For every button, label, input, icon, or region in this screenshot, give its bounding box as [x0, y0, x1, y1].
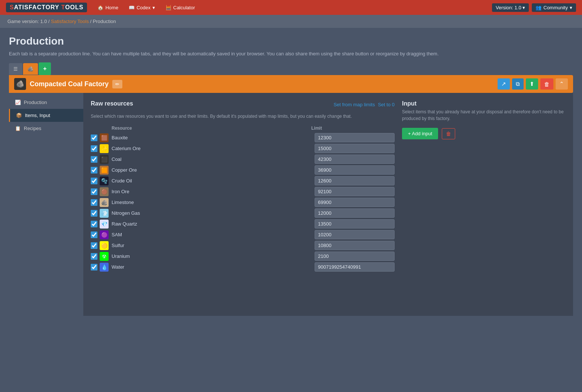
- sidebar-item-recipes[interactable]: 📋 Recipes: [9, 122, 83, 135]
- tab-list-button[interactable]: ☰: [9, 63, 22, 75]
- resource-row: 🟫 Bauxite: [91, 133, 395, 142]
- resource-limit-input-uranium[interactable]: [315, 252, 395, 261]
- resource-row: 🪨 Limestone: [91, 198, 395, 207]
- resource-limit-input-bauxite[interactable]: [315, 133, 395, 142]
- resource-checkbox-uranium[interactable]: [91, 253, 97, 260]
- col-resource-header: Resource: [92, 126, 311, 131]
- upload-button[interactable]: ⬆: [526, 78, 538, 90]
- resource-limit-input-copper-ore[interactable]: [315, 165, 395, 175]
- resource-checkbox-iron-ore[interactable]: [91, 188, 97, 195]
- resource-limit-input-limestone[interactable]: [315, 198, 395, 207]
- input-panel-description: Select items that you already have at yo…: [402, 108, 566, 122]
- game-version-text: Game version: 1.0: [7, 19, 47, 24]
- resource-checkbox-water[interactable]: [91, 264, 97, 270]
- production-icon: 📈: [15, 100, 21, 105]
- share-icon: ↗: [501, 81, 506, 87]
- resource-icon-caterium-ore: ✨: [100, 144, 109, 153]
- delete-factory-button[interactable]: 🗑: [540, 78, 553, 90]
- input-actions: + Add input 🗑: [402, 128, 566, 139]
- add-tab-button[interactable]: +: [39, 62, 51, 75]
- resource-icon-coal: ⬛: [100, 155, 109, 164]
- resource-name-water: Water: [112, 264, 315, 270]
- brand-s2: T: [61, 4, 65, 10]
- resource-checkbox-bauxite[interactable]: [91, 135, 97, 141]
- resource-limit-input-sulfur[interactable]: [315, 241, 395, 250]
- resource-row: 💧 Water: [91, 262, 395, 272]
- resource-icon-copper-ore: 🟧: [100, 166, 109, 175]
- resource-limit-input-raw-quartz[interactable]: [315, 219, 395, 229]
- factory-body: 📈 Production 📦 Items, Input 📋 Recipes Ra…: [9, 93, 573, 316]
- community-label: Community: [543, 5, 568, 10]
- resource-limit-input-iron-ore[interactable]: [315, 187, 395, 196]
- home-link[interactable]: 🏠 Home: [93, 3, 123, 13]
- resource-limit-input-sam[interactable]: [315, 230, 395, 239]
- add-input-button[interactable]: + Add input: [402, 128, 438, 139]
- list-icon: ☰: [13, 66, 18, 72]
- resource-checkbox-nitrogen-gas[interactable]: [91, 210, 97, 217]
- resource-icon-sam: 🟣: [100, 230, 109, 239]
- home-label: Home: [105, 5, 118, 10]
- resource-name-bauxite: Bauxite: [112, 135, 315, 140]
- tab-coal-factory-button[interactable]: 🪨: [23, 63, 38, 75]
- edit-icon: ✏: [115, 81, 119, 87]
- page-container: Production Each tab is a separate produc…: [0, 28, 582, 323]
- resource-row: 🟧 Copper Ore: [91, 165, 395, 175]
- resource-rows-container: 🟫 Bauxite ✨ Caterium Ore ⬛ Coal 🟧 Copper…: [91, 133, 395, 272]
- resource-icon-crude-oil: 🫧: [100, 176, 109, 185]
- breadcrumb-home-link[interactable]: Satisfactory Tools: [51, 19, 89, 24]
- calculator-link[interactable]: 🧮 Calculator: [161, 3, 200, 13]
- resource-checkbox-copper-ore[interactable]: [91, 167, 97, 174]
- resource-row: 💎 Raw Quartz: [91, 219, 395, 229]
- set-from-map-button[interactable]: Set from map limits: [334, 102, 375, 107]
- panel-actions: Raw resources Set from map limits Set to…: [91, 100, 395, 108]
- resource-table-header: Resource Limit: [91, 126, 395, 131]
- page-subtitle: Each tab is a separate production line. …: [9, 51, 573, 56]
- calculator-label: Calculator: [173, 5, 195, 10]
- resource-checkbox-coal[interactable]: [91, 156, 97, 163]
- resource-name-sulfur: Sulfur: [112, 243, 315, 248]
- delete-input-button[interactable]: 🗑: [442, 128, 455, 139]
- coal-tab-icon: 🪨: [28, 66, 33, 72]
- community-icon: 👥: [536, 5, 541, 10]
- brand-logo: SATISFACTORY TOOLS: [6, 3, 87, 12]
- resource-checkbox-sam[interactable]: [91, 231, 97, 238]
- resource-row: 🫧 Crude Oil: [91, 176, 395, 185]
- resource-checkbox-caterium-ore[interactable]: [91, 145, 97, 152]
- resource-limit-input-caterium-ore[interactable]: [315, 144, 395, 153]
- resource-name-copper-ore: Copper Ore: [112, 167, 315, 173]
- resource-icon-raw-quartz: 💎: [100, 220, 109, 229]
- resource-limit-input-water[interactable]: [315, 262, 395, 272]
- share-button[interactable]: ↗: [498, 78, 510, 90]
- resource-limit-input-crude-oil[interactable]: [315, 176, 395, 185]
- resource-limit-input-coal[interactable]: [315, 155, 395, 164]
- recipes-icon: 📋: [15, 126, 21, 131]
- raw-resources-title: Raw resources: [91, 100, 133, 107]
- sidebar-item-items-input[interactable]: 📦 Items, Input: [9, 109, 83, 122]
- resource-icon-water: 💧: [100, 263, 109, 272]
- resource-checkbox-limestone[interactable]: [91, 199, 97, 206]
- resource-name-sam: SAM: [112, 232, 315, 237]
- version-label: Version: 1.0: [496, 5, 521, 10]
- resource-row: ✨ Caterium Ore: [91, 144, 395, 153]
- resource-checkbox-sulfur[interactable]: [91, 242, 97, 249]
- resource-name-coal: Coal: [112, 156, 315, 162]
- sidebar-item-production[interactable]: 📈 Production: [9, 96, 83, 109]
- sidebar-recipes-label: Recipes: [24, 126, 41, 131]
- resource-limit-input-nitrogen-gas[interactable]: [315, 208, 395, 218]
- edit-factory-name-button[interactable]: ✏: [112, 80, 122, 88]
- version-button[interactable]: Version: 1.0 ▾: [492, 3, 529, 12]
- resource-name-limestone: Limestone: [112, 200, 315, 205]
- plus-icon: +: [43, 65, 46, 72]
- brand-s: S: [10, 4, 14, 10]
- community-button[interactable]: 👥 Community ▾: [532, 3, 576, 12]
- collapse-button[interactable]: ⌃: [556, 78, 568, 90]
- factory-name: Compacted Coal Factory: [30, 80, 109, 88]
- resource-icon-uranium: ☢: [100, 252, 109, 261]
- copy-button[interactable]: ⧉: [512, 78, 524, 90]
- set-to-zero-button[interactable]: Set to 0: [378, 102, 395, 107]
- raw-resources-panel: Raw resources Set from map limits Set to…: [91, 100, 395, 308]
- resource-checkbox-crude-oil[interactable]: [91, 178, 97, 184]
- codex-link[interactable]: 📖 Codex ▾: [124, 3, 160, 13]
- resource-checkbox-raw-quartz[interactable]: [91, 221, 97, 227]
- resource-row: ☢ Uranium: [91, 252, 395, 261]
